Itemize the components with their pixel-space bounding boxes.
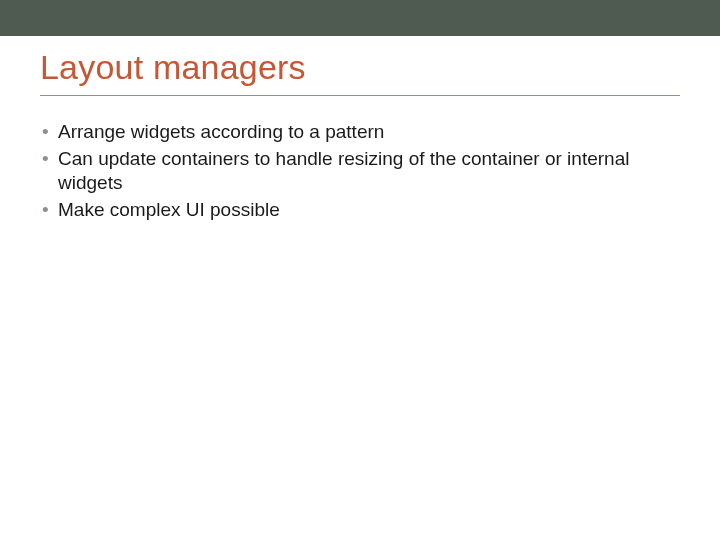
list-item: Can update containers to handle resizing…	[40, 147, 680, 196]
list-item: Make complex UI possible	[40, 198, 680, 223]
slide-content: Layout managers Arrange widgets accordin…	[0, 36, 720, 223]
slide-top-bar	[0, 0, 720, 36]
list-item: Arrange widgets according to a pattern	[40, 120, 680, 145]
slide-title: Layout managers	[40, 48, 680, 96]
bullet-list: Arrange widgets according to a pattern C…	[40, 120, 680, 223]
